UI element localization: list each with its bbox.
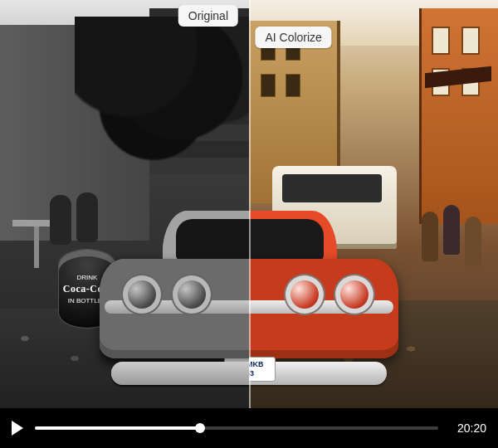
tail-light-icon [286, 275, 324, 314]
split-divider [249, 0, 251, 408]
pedestrians [418, 187, 493, 278]
video-frame: DRINK Coca-Cola IN BOTTLES [0, 0, 498, 408]
seek-track[interactable] [35, 426, 438, 430]
colorize-label: AI Colorize [255, 27, 331, 48]
original-label: Original [178, 5, 238, 27]
play-button[interactable] [12, 421, 23, 436]
player-controls: 20:20 [0, 408, 498, 448]
foliage [75, 17, 249, 166]
barrel-text-top: DRINK [77, 274, 98, 281]
tail-light-icon [335, 275, 374, 314]
seek-thumb[interactable] [195, 423, 205, 433]
person-seated [76, 192, 98, 242]
person-seated [50, 195, 71, 245]
duration-label: 20:20 [450, 421, 486, 435]
seek-progress [35, 426, 200, 430]
video-player: DRINK Coca-Cola IN BOTTLES [0, 0, 498, 448]
